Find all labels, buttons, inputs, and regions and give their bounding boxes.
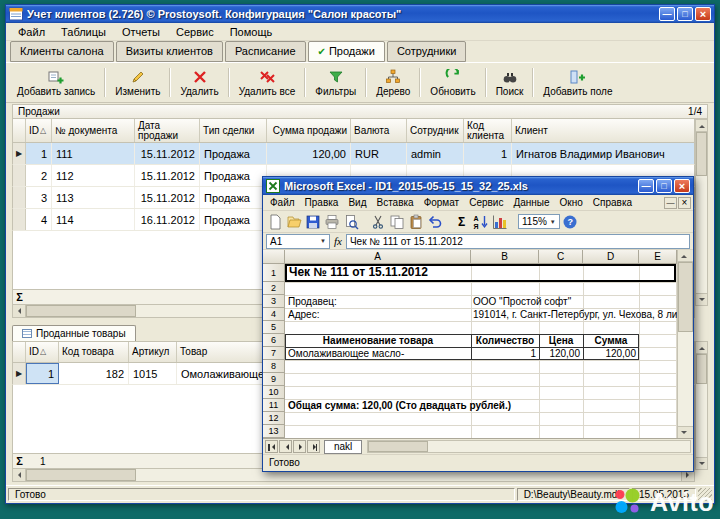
scroll-thumb[interactable] (696, 354, 707, 384)
close-button[interactable] (695, 7, 711, 21)
open-button[interactable] (285, 213, 302, 230)
menu-data[interactable]: Данные (508, 196, 554, 209)
col-doc-number[interactable]: № документа (52, 119, 135, 142)
save-button[interactable] (304, 213, 321, 230)
filters-button[interactable]: Фильтры (308, 64, 363, 101)
col-sale-date[interactable]: Дата продажи (135, 119, 200, 142)
table-row[interactable]: ▶ 1 111 15.11.2012 Продажа 120,00 RUR ad… (12, 143, 695, 165)
cell-date[interactable]: 15.11.2012 (135, 187, 200, 208)
cell-doc[interactable]: 113 (52, 187, 135, 208)
search-button[interactable]: Поиск (489, 64, 531, 101)
excel-titlebar[interactable]: Microsoft Excel - ID1_2015-05-15_15_32_2… (263, 177, 693, 195)
zoom-select[interactable]: 115%▼ (518, 214, 560, 229)
col-id[interactable]: ID△ (26, 342, 59, 362)
tab-schedule[interactable]: Расписание (225, 41, 306, 62)
paste-button[interactable] (407, 213, 424, 230)
menu-tables[interactable]: Таблицы (53, 24, 114, 40)
scroll-up-arrow[interactable] (696, 342, 707, 354)
maximize-button[interactable] (656, 179, 672, 193)
grid-vscrollbar[interactable] (695, 119, 708, 306)
tab-employees[interactable]: Сотрудники (387, 41, 467, 62)
cell-sum[interactable]: 120,00 (267, 143, 351, 164)
grid-vscrollbar[interactable] (695, 341, 708, 470)
sheet-tab[interactable]: nakl (324, 440, 362, 454)
menu-tools[interactable]: Сервис (464, 196, 508, 209)
seller-value[interactable]: ООО "Простой софт" (473, 296, 571, 308)
cell-type[interactable]: Продажа (200, 143, 267, 164)
scroll-thumb[interactable] (368, 441, 428, 452)
scroll-thumb[interactable] (678, 262, 693, 332)
fx-icon[interactable]: fx (334, 235, 342, 247)
menu-help[interactable]: Помощь (222, 24, 281, 40)
menu-view[interactable]: Вид (343, 196, 371, 209)
col-deal-type[interactable]: Тип сделки (200, 119, 267, 142)
workbook-close-button[interactable] (678, 197, 691, 209)
col-product-code[interactable]: Код товара (59, 342, 129, 362)
col-header-b[interactable]: B (471, 250, 539, 264)
select-all-corner[interactable] (263, 250, 285, 264)
menu-reports[interactable]: Отчеты (114, 24, 168, 40)
cell-date[interactable]: 16.11.2012 (135, 209, 200, 230)
edit-button[interactable]: Изменить (108, 64, 167, 101)
sheet-nav-next[interactable] (293, 440, 306, 453)
address-label[interactable]: Адрес: (288, 309, 319, 321)
address-value[interactable]: 191014, г. Санкт-Петербург, ул. Чехова, … (473, 309, 677, 321)
col-id[interactable]: ID△ (26, 119, 52, 142)
cell-id[interactable]: 4 (26, 209, 52, 230)
cell-id[interactable]: 3 (26, 187, 52, 208)
delete-button[interactable]: Удалить (173, 64, 225, 101)
cell-doc[interactable]: 112 (52, 165, 135, 186)
sheet-hscrollbar[interactable] (367, 440, 691, 453)
cell-name-box[interactable]: A1▼ (266, 234, 330, 249)
row-header[interactable]: 7 (263, 347, 285, 360)
cell-client[interactable]: Игнатов Владимир Иванович (512, 143, 694, 164)
new-button[interactable] (266, 213, 283, 230)
tab-sold-goods[interactable]: Проданные товары (12, 325, 136, 341)
row-header[interactable]: 8 (263, 360, 285, 373)
row-header[interactable]: 1 (263, 264, 285, 282)
cell-doc[interactable]: 111 (52, 143, 135, 164)
row-header[interactable]: 9 (263, 373, 285, 386)
cell-article[interactable]: 1015 (129, 363, 177, 384)
print-button[interactable] (323, 213, 340, 230)
row-header[interactable]: 2 (263, 282, 285, 295)
menu-file[interactable]: Файл (265, 196, 300, 209)
add-field-button[interactable]: Добавить поле (536, 64, 619, 101)
receipt-title[interactable]: Чек № 111 от 15.11.2012 (289, 266, 428, 278)
menu-insert[interactable]: Вставка (371, 196, 418, 209)
chart-wizard-button[interactable] (491, 213, 508, 230)
col-header-a[interactable]: A (285, 250, 471, 264)
table-header-name[interactable]: Наименование товара (285, 335, 471, 347)
workbook-minimize-button[interactable] (664, 197, 677, 209)
scroll-up-arrow[interactable] (678, 250, 693, 262)
cell-type[interactable]: Продажа (200, 209, 267, 230)
refresh-button[interactable]: Обновить (423, 64, 482, 101)
sort-ascending-button[interactable]: АЯ (472, 213, 489, 230)
scroll-down-arrow[interactable] (696, 457, 707, 469)
tab-client-visits[interactable]: Визиты клиентов (116, 41, 223, 62)
row-header[interactable]: 5 (263, 321, 285, 334)
menu-edit[interactable]: Правка (300, 196, 344, 209)
cell-id[interactable]: 1 (26, 143, 52, 164)
autosum-button[interactable]: Σ (453, 213, 470, 230)
scroll-left-arrow[interactable] (13, 305, 26, 317)
cell-doc[interactable]: 114 (52, 209, 135, 230)
item-sum[interactable]: 120,00 (583, 348, 636, 360)
total-sum-text[interactable]: Общая сумма: 120,00 (Сто двадцать рублей… (288, 400, 511, 412)
delete-all-button[interactable]: Удалить все (232, 64, 303, 101)
row-header[interactable]: 10 (263, 386, 285, 399)
copy-button[interactable] (388, 213, 405, 230)
minimize-button[interactable] (638, 179, 654, 193)
cell-currency[interactable]: RUR (351, 143, 407, 164)
cell-id[interactable]: 1 (26, 363, 59, 384)
menu-service[interactable]: Сервис (168, 24, 222, 40)
tab-salon-clients[interactable]: Клиенты салона (10, 41, 114, 62)
tab-sales[interactable]: ✔Продажи (308, 41, 385, 62)
cell-type[interactable]: Продажа (200, 165, 267, 186)
undo-button[interactable] (426, 213, 443, 230)
scroll-up-arrow[interactable] (696, 120, 707, 132)
col-client[interactable]: Клиент (512, 119, 694, 142)
col-sale-sum[interactable]: Сумма продажи (267, 119, 351, 142)
col-employee[interactable]: Сотрудник (407, 119, 464, 142)
scroll-thumb[interactable] (26, 305, 136, 317)
